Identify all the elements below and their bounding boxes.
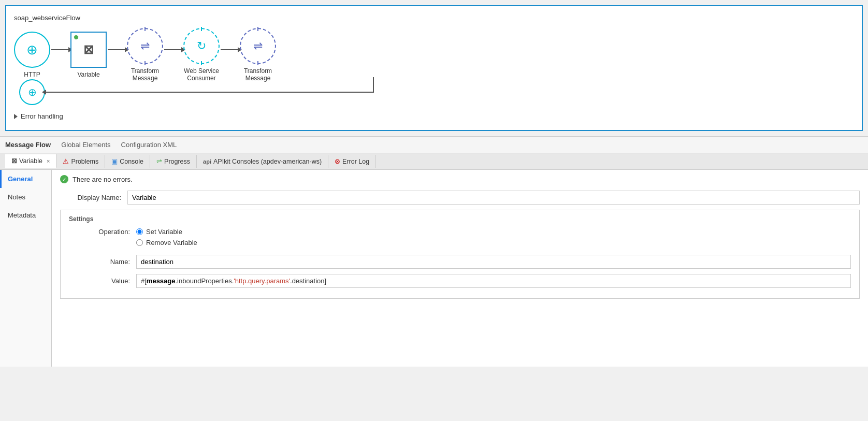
radio-remove-variable-input[interactable]: [136, 239, 143, 246]
tab-message-flow[interactable]: Message Flow: [5, 140, 51, 150]
transform2-icon: ⇌: [253, 39, 263, 53]
transform1-icon: ⇌: [140, 39, 150, 53]
canvas-area: soap_webserviceFlow ⊕ HTTP ⊠ Variable: [5, 5, 863, 131]
flow-title: soap_webserviceFlow: [14, 14, 854, 22]
sidebar-item-metadata[interactable]: Metadata: [0, 206, 51, 224]
main-tabs-bar: Message Flow Global Elements Configurati…: [0, 136, 868, 153]
tab-global-elements[interactable]: Global Elements: [61, 140, 110, 150]
variable-tab-icon: ⊠: [11, 157, 17, 165]
value-string: 'http.query.params': [234, 277, 290, 285]
return-arrow-head: [42, 90, 46, 95]
value-keyword: message: [147, 277, 176, 285]
vertical-drop: [373, 77, 374, 93]
display-name-input[interactable]: [127, 191, 860, 205]
radio-set-variable-label: Set Variable: [146, 228, 182, 236]
sidebar-item-notes[interactable]: Notes: [0, 188, 51, 206]
tab-error-log[interactable]: ⊗ Error Log: [328, 155, 376, 168]
node-webservice[interactable]: ↻ Web ServiceConsumer: [183, 28, 220, 82]
sidebar-metadata-label: Metadata: [8, 211, 36, 219]
status-dot-icon: [60, 175, 68, 183]
name-label: Name:: [69, 258, 136, 266]
node-label-transform2: TransformMessage: [244, 67, 272, 82]
value-prefix: #[: [141, 277, 147, 285]
status-row: There are no errors.: [60, 175, 860, 183]
error-log-tab-label: Error Log: [342, 158, 369, 165]
value-label: Value:: [69, 277, 136, 285]
node-transform1[interactable]: ⇌ TransformMessage: [127, 28, 163, 82]
return-http-circle[interactable]: ⊕: [19, 79, 45, 105]
tab-apikit[interactable]: api APIkit Consoles (apdev-american-ws): [197, 155, 328, 168]
console-icon: ▣: [111, 157, 118, 165]
progress-tab-label: Progress: [164, 158, 190, 165]
display-name-label: Display Name:: [60, 194, 127, 201]
node-label-http: HTTP: [24, 71, 40, 78]
tab-problems[interactable]: ⚠ Problems: [56, 155, 105, 168]
settings-title: Settings: [69, 215, 851, 223]
node-circle-variable[interactable]: ⊠: [70, 32, 107, 68]
node-status-dot: [74, 35, 79, 40]
variable-tab-label: Variable: [19, 157, 42, 165]
progress-icon: ⇌: [156, 157, 162, 165]
left-sidebar: General Notes Metadata: [0, 170, 52, 367]
radio-set-variable-input[interactable]: [136, 228, 143, 235]
node-circle-transform1[interactable]: ⇌: [127, 28, 163, 64]
return-line: [45, 92, 374, 93]
tab-variable[interactable]: ⊠ Variable ×: [5, 154, 56, 168]
operation-row: Operation: Set Variable Remove Variable: [69, 228, 851, 250]
problems-tab-label: Problems: [71, 158, 98, 165]
http-icon: ⊕: [26, 42, 38, 58]
tab-config-xml[interactable]: Configuration XML: [121, 140, 177, 150]
value-suffix: .destination]: [290, 277, 326, 285]
settings-group: Settings Operation: Set Variable Remove …: [60, 210, 860, 299]
value-input[interactable]: #[message.inboundProperties.'http.query.…: [136, 274, 851, 288]
radio-remove-variable-label: Remove Variable: [146, 239, 197, 246]
arrow-3: [164, 49, 182, 50]
main-content: There are no errors. Display Name: Setti…: [52, 170, 868, 367]
name-row: Name:: [69, 255, 851, 269]
name-input[interactable]: [136, 255, 851, 269]
value-row: Value: #[message.inboundProperties.'http…: [69, 274, 851, 288]
radio-set-variable: Set Variable: [136, 228, 197, 236]
tab-progress[interactable]: ⇌ Progress: [150, 155, 197, 168]
arrow-4: [221, 49, 239, 50]
error-triangle-icon: [14, 114, 18, 119]
console-tab-label: Console: [120, 158, 143, 165]
bottom-panel: General Notes Metadata There are no erro…: [0, 170, 868, 367]
status-message: There are no errors.: [73, 176, 133, 183]
variable-icon: ⊠: [83, 42, 94, 57]
value-middle: .inboundProperties.: [176, 277, 234, 285]
node-circle-http[interactable]: ⊕: [14, 32, 50, 68]
error-handling-label: Error handling: [21, 112, 63, 120]
node-label-transform1: TransformMessage: [131, 67, 159, 82]
node-variable[interactable]: ⊠ Variable: [70, 32, 107, 78]
node-circle-webservice[interactable]: ↻: [183, 28, 220, 64]
variable-tab-close[interactable]: ×: [47, 158, 50, 164]
error-log-icon: ⊗: [335, 157, 340, 165]
apikit-tab-label: APIkit Consoles (apdev-american-ws): [213, 158, 322, 165]
display-name-row: Display Name:: [60, 191, 860, 205]
node-circle-transform2[interactable]: ⇌: [240, 28, 276, 64]
node-transform2[interactable]: ⇌ TransformMessage: [240, 28, 276, 82]
arrow-2: [108, 49, 126, 50]
sidebar-item-general[interactable]: General: [0, 170, 51, 188]
apikit-icon: api: [203, 158, 211, 165]
tab-console[interactable]: ▣ Console: [105, 155, 150, 168]
arrow-1: [51, 49, 69, 50]
arrow-line-4: [221, 49, 239, 50]
sidebar-notes-label: Notes: [8, 193, 25, 201]
webservice-icon: ↻: [197, 39, 206, 53]
error-handling[interactable]: Error handling: [14, 110, 854, 122]
node-http[interactable]: ⊕ HTTP: [14, 32, 50, 78]
arrow-line-1: [51, 49, 69, 50]
return-http-icon: ⊕: [28, 86, 37, 98]
flow-container: ⊕ HTTP ⊠ Variable ⇌ Transf: [14, 28, 854, 82]
arrow-line-2: [108, 49, 126, 50]
return-node-http[interactable]: ⊕: [19, 79, 45, 105]
sidebar-general-label: General: [8, 175, 33, 183]
node-label-webservice: Web ServiceConsumer: [184, 67, 219, 82]
bottom-tabs-bar: ⊠ Variable × ⚠ Problems ▣ Console ⇌ Prog…: [0, 153, 868, 170]
problems-icon: ⚠: [63, 157, 69, 165]
radio-remove-variable: Remove Variable: [136, 239, 197, 246]
operation-options: Set Variable Remove Variable: [136, 228, 197, 250]
operation-label: Operation:: [69, 228, 136, 236]
